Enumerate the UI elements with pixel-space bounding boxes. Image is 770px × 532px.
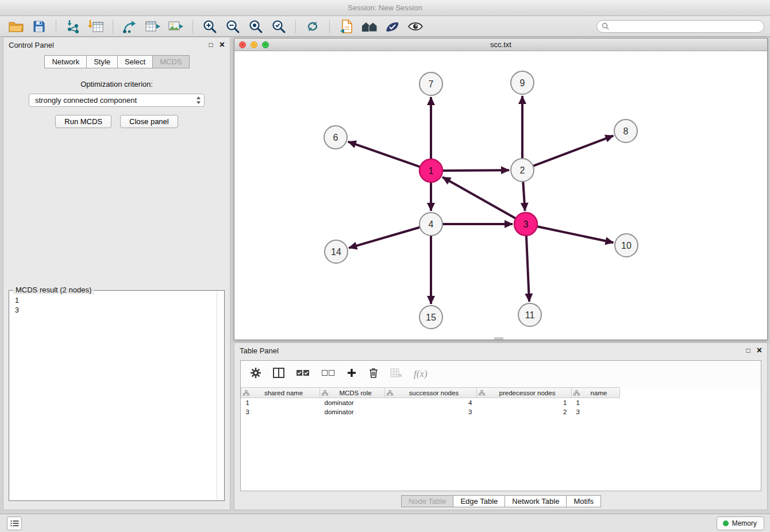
graph-edge-3-1[interactable] bbox=[442, 177, 517, 219]
network-graph[interactable]: 7968124314101511 bbox=[234, 51, 767, 340]
table-cell: dominator bbox=[320, 407, 385, 417]
network-scrollbar-thumb[interactable] bbox=[494, 337, 503, 340]
graph-edge-3-11[interactable] bbox=[526, 234, 529, 302]
svg-text:14: 14 bbox=[331, 247, 341, 257]
zoom-out-button[interactable] bbox=[222, 18, 243, 35]
window-titlebar[interactable]: Session: New Session bbox=[0, 0, 770, 16]
import-network-button[interactable] bbox=[63, 18, 83, 35]
minimize-window-icon[interactable]: − bbox=[251, 41, 257, 48]
run-mcds-button[interactable]: Run MCDS bbox=[55, 115, 111, 128]
criterion-select[interactable]: strongly connected component bbox=[29, 94, 205, 107]
memory-button[interactable]: Memory bbox=[717, 516, 764, 530]
column-header[interactable]: MCDS role bbox=[320, 388, 385, 398]
import-table-icon bbox=[88, 19, 104, 34]
column-header[interactable]: name bbox=[572, 388, 620, 398]
zoom-window-icon[interactable]: + bbox=[262, 41, 269, 48]
export-table-button[interactable] bbox=[143, 18, 163, 35]
svg-text:3: 3 bbox=[523, 219, 529, 229]
float-table-panel-icon[interactable]: □ bbox=[746, 347, 750, 354]
open-folder-icon bbox=[8, 20, 24, 33]
graph-node-7[interactable]: 7 bbox=[419, 72, 442, 95]
search-input[interactable] bbox=[612, 22, 759, 30]
graph-node-8[interactable]: 8 bbox=[614, 119, 637, 142]
document-export-button[interactable] bbox=[336, 18, 357, 35]
graph-node-14[interactable]: 14 bbox=[325, 240, 348, 263]
search-box[interactable] bbox=[596, 20, 764, 33]
close-panel-button[interactable]: Close panel bbox=[120, 115, 178, 128]
result-scrollbar[interactable] bbox=[217, 291, 224, 500]
graph-edge-2-3[interactable] bbox=[523, 180, 525, 211]
column-header[interactable]: shared name bbox=[241, 388, 320, 398]
tab-edge-table[interactable]: Edge Table bbox=[453, 495, 505, 507]
network-canvas[interactable]: 7968124314101511 bbox=[234, 51, 767, 340]
float-panel-icon[interactable]: □ bbox=[209, 41, 213, 48]
graph-edge-3-10[interactable] bbox=[536, 226, 614, 243]
table-cell: 1 bbox=[241, 398, 320, 407]
tab-motifs[interactable]: Motifs bbox=[566, 495, 601, 507]
column-header-filler bbox=[620, 388, 761, 398]
zoom-fit-button[interactable] bbox=[245, 18, 266, 35]
svg-text:10: 10 bbox=[621, 241, 632, 250]
refresh-layout-button[interactable] bbox=[302, 18, 323, 35]
delete-column-button[interactable] bbox=[368, 367, 379, 381]
column-group-icon bbox=[479, 390, 485, 396]
export-table-icon bbox=[145, 20, 161, 33]
document-export-icon bbox=[340, 19, 353, 34]
select-all-columns-button[interactable] bbox=[296, 369, 310, 379]
tab-network-table[interactable]: Network Table bbox=[505, 495, 567, 507]
table-settings-button[interactable] bbox=[250, 367, 261, 381]
graph-edge-1-6[interactable] bbox=[348, 142, 421, 167]
svg-text:4: 4 bbox=[429, 219, 434, 229]
deselect-all-icon bbox=[321, 369, 335, 377]
home-button[interactable] bbox=[359, 18, 380, 35]
style-check-icon bbox=[385, 20, 400, 33]
show-hide-button[interactable] bbox=[405, 18, 426, 35]
node-table: shared nameMCDS rolesuccessor nodesprede… bbox=[241, 387, 761, 417]
tab-node-table[interactable]: Node Table bbox=[401, 495, 454, 507]
table-row[interactable]: 1dominator411 bbox=[241, 398, 761, 407]
deselect-all-columns-button[interactable] bbox=[321, 369, 335, 379]
optimization-criterion-label: Optimization criterion: bbox=[3, 80, 230, 88]
home-icon bbox=[361, 20, 378, 33]
export-image-button[interactable] bbox=[165, 18, 186, 35]
graph-node-1[interactable]: 1 bbox=[419, 159, 442, 182]
mcds-result-list[interactable]: 1 3 bbox=[9, 291, 224, 321]
style-check-button[interactable] bbox=[382, 18, 403, 35]
split-columns-button[interactable] bbox=[273, 368, 284, 380]
table-panel-header: Table Panel □ × bbox=[234, 343, 767, 358]
close-table-panel-icon[interactable]: × bbox=[757, 346, 762, 355]
graph-node-11[interactable]: 11 bbox=[518, 303, 541, 326]
close-panel-icon[interactable]: × bbox=[220, 40, 225, 49]
tab-mcds[interactable]: MCDS bbox=[152, 55, 189, 68]
node-table-header-row: shared nameMCDS rolesuccessor nodesprede… bbox=[241, 388, 761, 398]
column-header[interactable]: predecessor nodes bbox=[477, 388, 572, 398]
zoom-in-button[interactable] bbox=[199, 18, 220, 35]
tab-network[interactable]: Network bbox=[44, 55, 87, 68]
graph-node-3[interactable]: 3 bbox=[514, 213, 537, 236]
add-column-button[interactable] bbox=[346, 368, 357, 380]
tab-style[interactable]: Style bbox=[86, 55, 118, 68]
graph-edge-4-14[interactable] bbox=[349, 227, 421, 248]
import-table-button[interactable] bbox=[86, 18, 106, 35]
function-builder-button[interactable]: f(x) bbox=[414, 368, 428, 380]
network-window-titlebar[interactable]: × − + scc.txt bbox=[234, 38, 767, 51]
graph-edge-1-2[interactable] bbox=[441, 170, 509, 171]
svg-text:1: 1 bbox=[429, 166, 434, 176]
graph-node-6[interactable]: 6 bbox=[324, 126, 347, 149]
save-session-button[interactable] bbox=[29, 18, 49, 35]
export-network-button[interactable] bbox=[120, 18, 140, 35]
tab-select[interactable]: Select bbox=[117, 55, 153, 68]
column-header[interactable]: successor nodes bbox=[385, 388, 477, 398]
graph-node-2[interactable]: 2 bbox=[511, 159, 534, 182]
graph-edge-2-8[interactable] bbox=[532, 136, 614, 167]
trash-icon bbox=[368, 367, 379, 379]
zoom-selected-button[interactable] bbox=[268, 18, 289, 35]
graph-node-9[interactable]: 9 bbox=[511, 71, 534, 94]
table-row[interactable]: 3dominator323 bbox=[241, 407, 761, 417]
close-window-icon[interactable]: × bbox=[239, 41, 246, 48]
status-list-button[interactable] bbox=[7, 516, 22, 530]
graph-node-4[interactable]: 4 bbox=[419, 213, 442, 236]
graph-node-15[interactable]: 15 bbox=[419, 306, 442, 329]
open-session-button[interactable] bbox=[6, 18, 26, 35]
graph-node-10[interactable]: 10 bbox=[615, 234, 638, 257]
